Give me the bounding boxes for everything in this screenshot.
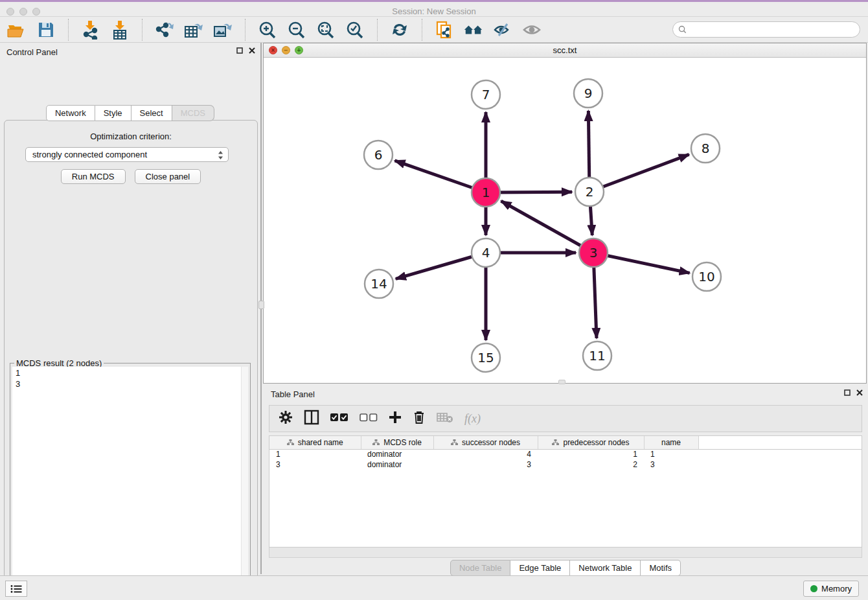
session-title: Session: New Session <box>0 6 868 16</box>
export-table-icon[interactable] <box>183 19 204 40</box>
cell-name[interactable]: 3 <box>644 459 698 470</box>
graph-node-15[interactable]: 15 <box>472 343 500 372</box>
vertical-splitter-handle[interactable] <box>258 301 264 309</box>
import-network-icon[interactable] <box>80 19 101 40</box>
column-header-shared-name[interactable]: shared name <box>269 436 361 449</box>
table-tabs: Node TableEdge TableNetwork TableMotifs <box>263 560 868 576</box>
column-header-MCDS-role[interactable]: MCDS role <box>361 436 433 449</box>
graph-node-7[interactable]: 7 <box>472 80 500 109</box>
network-canvas[interactable]: 7968124314101511 <box>264 58 866 383</box>
run-mcds-button[interactable]: Run MCDS <box>61 169 126 184</box>
column-header-predecessor-nodes[interactable]: predecessor nodes <box>538 436 644 449</box>
show-column-panel-icon[interactable] <box>304 410 319 428</box>
graph-node-11[interactable]: 11 <box>583 341 611 370</box>
horizontal-splitter-handle[interactable] <box>558 380 565 384</box>
graph-node-14[interactable]: 14 <box>365 270 393 298</box>
cell-successor-nodes[interactable]: 4 <box>433 449 538 459</box>
new-network-from-selection-icon[interactable] <box>434 19 455 40</box>
delete-table-icon[interactable] <box>437 411 453 426</box>
hide-selected-icon[interactable] <box>492 19 513 40</box>
graph-node-4[interactable]: 4 <box>472 238 500 267</box>
tab-node-table[interactable]: Node Table <box>450 560 511 576</box>
table-row[interactable]: 3dominator323 <box>269 459 862 470</box>
task-history-button[interactable] <box>5 581 27 597</box>
network-view-title: scc.txt <box>264 45 866 55</box>
table-row[interactable]: 1dominator411 <box>269 449 862 459</box>
cell-predecessor-nodes[interactable]: 2 <box>538 459 644 470</box>
graph-node-8[interactable]: 8 <box>691 134 720 163</box>
network-window-titlebar[interactable]: × − + scc.txt <box>264 43 866 58</box>
mcds-result-list[interactable]: 13 <box>12 367 248 600</box>
tab-motifs[interactable]: Motifs <box>641 560 681 576</box>
graph-node-6[interactable]: 6 <box>364 141 393 169</box>
tab-network[interactable]: Network <box>46 105 95 121</box>
zoom-in-icon[interactable] <box>257 19 278 40</box>
zoom-out-icon[interactable] <box>286 19 307 40</box>
svg-text:9: 9 <box>584 86 593 101</box>
toolbar-separator <box>245 19 246 41</box>
column-header-successor-nodes[interactable]: successor nodes <box>433 436 538 449</box>
graph-node-10[interactable]: 10 <box>692 262 721 291</box>
edge-3-1[interactable] <box>501 201 593 253</box>
apply-layout-icon[interactable] <box>389 19 410 40</box>
export-network-icon[interactable] <box>154 19 175 40</box>
criterion-select[interactable]: strongly connected component <box>25 147 229 162</box>
cell-predecessor-nodes[interactable]: 1 <box>538 449 644 459</box>
deselect-all-columns-icon[interactable] <box>360 413 378 424</box>
svg-text:15: 15 <box>477 350 494 365</box>
graph-node-9[interactable]: 9 <box>574 79 602 108</box>
save-session-icon[interactable] <box>36 19 56 40</box>
tab-mcds[interactable]: MCDS <box>172 105 214 121</box>
cell-filler <box>698 449 862 459</box>
graph-node-3[interactable]: 3 <box>579 238 608 267</box>
close-panel-icon[interactable] <box>249 47 255 54</box>
float-table-panel-icon[interactable] <box>844 389 851 396</box>
svg-text:7: 7 <box>482 87 490 102</box>
export-image-icon[interactable] <box>212 19 233 40</box>
node-table[interactable]: shared nameMCDS rolesuccessor nodesprede… <box>269 435 862 548</box>
tab-network-table[interactable]: Network Table <box>570 560 641 576</box>
svg-text:3: 3 <box>589 245 598 260</box>
cell-successor-nodes[interactable]: 3 <box>433 459 538 470</box>
network-view-window: × − + scc.txt 7968124314101511 <box>263 43 867 384</box>
cell-MCDS-role[interactable]: dominator <box>361 459 433 470</box>
tab-edge-table[interactable]: Edge Table <box>510 560 570 576</box>
cell-name[interactable]: 1 <box>644 449 698 459</box>
cell-shared-name[interactable]: 3 <box>269 459 361 470</box>
cell-shared-name[interactable]: 1 <box>269 449 361 459</box>
show-all-icon[interactable] <box>521 19 542 40</box>
table-settings-gear-icon[interactable] <box>279 410 293 427</box>
open-session-icon[interactable] <box>6 19 27 40</box>
graph-node-1[interactable]: 1 <box>472 178 500 207</box>
control-panel-title: Control Panel <box>6 47 58 57</box>
result-scrollbar[interactable] <box>241 367 248 600</box>
close-panel-button[interactable]: Close panel <box>135 169 201 184</box>
search-field[interactable] <box>672 21 860 38</box>
create-column-plus-icon[interactable] <box>389 411 402 426</box>
float-panel-icon[interactable] <box>236 47 243 54</box>
tab-select[interactable]: Select <box>131 105 172 121</box>
tab-style[interactable]: Style <box>95 105 131 121</box>
search-input[interactable] <box>690 25 860 34</box>
first-neighbors-icon[interactable] <box>463 19 484 40</box>
select-all-columns-icon[interactable] <box>330 413 348 424</box>
zoom-selected-icon[interactable] <box>345 19 365 40</box>
svg-text:4: 4 <box>482 245 490 260</box>
column-header-name[interactable]: name <box>644 436 698 449</box>
close-table-panel-icon[interactable] <box>856 389 863 396</box>
table-horizontal-scrollbar[interactable] <box>269 548 862 558</box>
control-panel-tabs: NetworkStyleSelectMCDS <box>0 105 260 121</box>
svg-text:8: 8 <box>702 141 710 156</box>
delete-column-trash-icon[interactable] <box>413 410 426 427</box>
import-table-icon[interactable] <box>109 19 130 40</box>
memory-button[interactable]: Memory <box>803 581 859 597</box>
toolbar-separator <box>142 19 143 41</box>
search-icon <box>678 25 687 34</box>
cell-MCDS-role[interactable]: dominator <box>361 449 433 459</box>
zoom-fit-icon[interactable] <box>315 19 336 40</box>
optimization-criterion-label: Optimization criterion: <box>5 132 257 141</box>
function-builder-icon[interactable]: f(x) <box>464 412 481 426</box>
svg-text:1: 1 <box>482 185 490 200</box>
graph-node-2[interactable]: 2 <box>575 178 604 206</box>
edge-2-8[interactable] <box>589 154 689 192</box>
